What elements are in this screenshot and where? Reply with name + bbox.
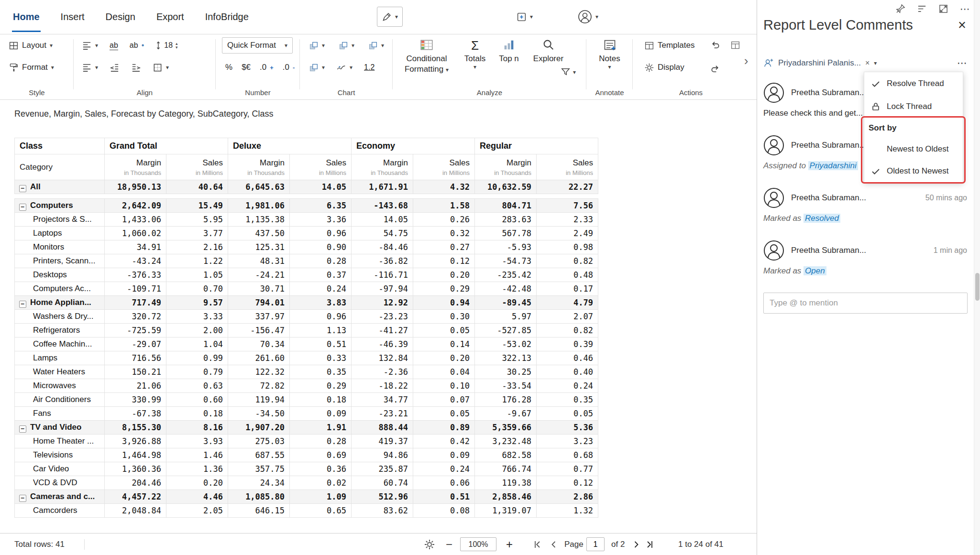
grid-cell[interactable]: 0.82	[537, 254, 598, 268]
grid-cell[interactable]: 2,858.46	[475, 490, 537, 504]
grid-row[interactable]: Coffee Machin...-29.071.0470.340.51-46.3…	[15, 337, 598, 351]
grid-cell[interactable]: 70.34	[228, 337, 290, 351]
shape-by-button[interactable]: ▾	[338, 41, 354, 51]
collapse-icon[interactable]: −	[19, 204, 26, 211]
grid-cell[interactable]: -54.73	[475, 254, 537, 268]
grid-cell[interactable]: 804.71	[475, 199, 537, 213]
zoom-in-button[interactable]: +	[506, 533, 513, 555]
grid-cell[interactable]: 1.13	[290, 324, 352, 337]
grid-cell[interactable]: 18,950.13	[105, 180, 166, 194]
grid-cell[interactable]: 261.60	[228, 351, 290, 365]
outdent-button[interactable]	[110, 63, 120, 73]
grid-cell[interactable]: 60.74	[352, 476, 413, 490]
grid-cell[interactable]: 40.64	[166, 180, 228, 194]
collapse-icon[interactable]: −	[19, 495, 26, 502]
grid-cell[interactable]: 1,319.07	[475, 504, 537, 518]
grid-cell[interactable]: 2.00	[166, 324, 228, 337]
grid-cell[interactable]: 0.82	[537, 324, 598, 337]
grid-cell[interactable]: -109.71	[105, 282, 166, 296]
grid-cell[interactable]: 0.27	[413, 240, 475, 254]
grid-cell[interactable]: 3.77	[166, 227, 228, 240]
grid-cell[interactable]: 0.96	[290, 310, 352, 324]
collapse-icon[interactable]: −	[19, 185, 26, 192]
grid-cell[interactable]: 794.01	[228, 296, 290, 310]
grid-cell[interactable]: 94.86	[352, 448, 413, 462]
comment-item[interactable]: Preetha Subraman...50 mins agoMarked as …	[763, 187, 967, 240]
grid-row[interactable]: Air Conditioners330.990.60119.940.1834.7…	[15, 393, 598, 407]
grid-cell[interactable]: 0.89	[413, 421, 475, 435]
grid-cell[interactable]: 3.36	[290, 213, 352, 227]
grid-cell[interactable]: 0.77	[537, 462, 598, 476]
currency-format-button[interactable]: $€	[242, 63, 251, 72]
grid-cell[interactable]: -2.36	[352, 365, 413, 379]
grid-cell[interactable]: 3.23	[537, 435, 598, 448]
collapse-icon[interactable]: −	[19, 425, 26, 433]
grid-cell[interactable]: -29.07	[105, 337, 166, 351]
grid-row[interactable]: Washers & Dry...320.723.33337.970.96-23.…	[15, 310, 598, 324]
collapse-icon[interactable]: −	[19, 301, 26, 308]
grid-cell[interactable]: 1.58	[413, 199, 475, 213]
display-button[interactable]: Display	[644, 63, 684, 73]
grid-cell[interactable]: 1.36	[166, 462, 228, 476]
grid-cell[interactable]: 0.60	[166, 393, 228, 407]
grid-cell[interactable]: 1.46	[166, 448, 228, 462]
pin-icon[interactable]	[895, 4, 905, 14]
grid-cell[interactable]: 0.02	[290, 476, 352, 490]
grid-row[interactable]: Projectors & S...1,433.065.951,135.383.3…	[15, 213, 598, 227]
text-align-button[interactable]: ▾	[82, 41, 98, 51]
grid-cell[interactable]: 2.33	[537, 213, 598, 227]
rename-text-button[interactable]: ab	[110, 41, 118, 50]
tab-infobridge[interactable]: InfoBridge	[205, 0, 249, 34]
grid-row[interactable]: Microwaves21.060.6372.820.29-18.220.10-3…	[15, 379, 598, 393]
edit-mode-button[interactable]: ▾	[377, 7, 403, 27]
grid-cell[interactable]: 0.48	[537, 268, 598, 282]
grid-cell[interactable]: 0.68	[537, 448, 598, 462]
quick-format-dropdown[interactable]: Quick Format ▾	[222, 37, 293, 54]
panel-collapse-button[interactable]: ›	[740, 54, 752, 68]
grid-cell[interactable]: 0.05	[413, 324, 475, 337]
grid-cell[interactable]: 0.24	[413, 462, 475, 476]
tab-home[interactable]: Home	[13, 0, 40, 34]
grid-cell[interactable]: -43.24	[105, 254, 166, 268]
filter-lines-icon[interactable]	[917, 4, 927, 14]
grid-cell[interactable]: 330.99	[105, 393, 166, 407]
grid-cell[interactable]: 8.16	[166, 421, 228, 435]
grid-cell[interactable]: -53.02	[475, 337, 537, 351]
next-page-button[interactable]	[631, 540, 641, 552]
grid-cell[interactable]: 0.63	[166, 379, 228, 393]
grid-cell[interactable]: 1,981.06	[228, 199, 290, 213]
font-size-stepper[interactable]: ▴▾	[176, 42, 178, 49]
grid-cell[interactable]: -116.71	[352, 268, 413, 282]
decimal-places-button[interactable]: 1.2	[364, 63, 374, 72]
grid-cell[interactable]: 1.04	[166, 337, 228, 351]
grid-cell[interactable]: 0.51	[290, 337, 352, 351]
menu-item-lock-thread[interactable]: Lock Thread	[864, 95, 963, 118]
account-button[interactable]: ▾	[578, 7, 598, 27]
color-by-button[interactable]: ▾	[308, 41, 325, 51]
grid-cell[interactable]: 4.46	[166, 490, 228, 504]
grid-cell[interactable]: 1,060.02	[105, 227, 166, 240]
indent-button[interactable]	[131, 63, 141, 73]
grid-cell[interactable]: -33.54	[475, 379, 537, 393]
zoom-level[interactable]: 100%	[460, 537, 496, 551]
grid-cell[interactable]: 0.36	[290, 462, 352, 476]
grid-cell[interactable]: 0.12	[413, 254, 475, 268]
grid-cell[interactable]: 888.44	[352, 421, 413, 435]
increase-decimal-button[interactable]: .0+	[260, 63, 274, 72]
grid-cell[interactable]: 1.22	[166, 254, 228, 268]
grid-cell[interactable]: -143.68	[352, 199, 413, 213]
grid-cell[interactable]: 48.31	[228, 254, 290, 268]
grid-cell[interactable]: 0.26	[413, 213, 475, 227]
grid-cell[interactable]: 235.87	[352, 462, 413, 476]
grid-cell[interactable]: 1,433.06	[105, 213, 166, 227]
grid-cell[interactable]: 0.39	[537, 337, 598, 351]
sort-option-oldest-to-newest[interactable]: Oldest to Newest	[864, 160, 963, 182]
grid-cell[interactable]: 12.92	[352, 296, 413, 310]
first-page-button[interactable]	[533, 540, 542, 552]
grid-row[interactable]: Printers, Scann...-43.241.2248.310.28-36…	[15, 254, 598, 268]
conditional-formatting-button[interactable]: Conditional Formatting ▾	[396, 34, 458, 75]
grid-row[interactable]: −All18,950.1340.646,645.6314.051,671.914…	[15, 180, 598, 194]
tab-design[interactable]: Design	[106, 0, 135, 34]
grid-row[interactable]: −TV and Video8,155.308.161,907.201.91888…	[15, 421, 598, 435]
vertical-align-button[interactable]: ▾	[82, 63, 98, 73]
